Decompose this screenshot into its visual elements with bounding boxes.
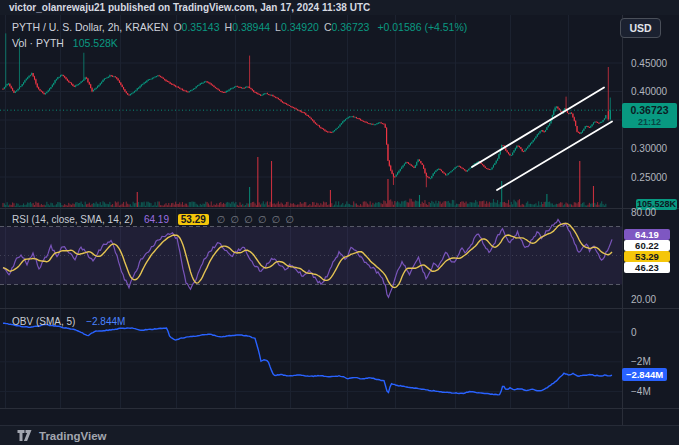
- rsi-empty-slot: ∅: [244, 214, 253, 225]
- obv-tick-label: 0: [631, 327, 677, 338]
- attribution-bar: victor_olanrewaju21 published on Trading…: [0, 0, 679, 15]
- tradingview-logo-icon[interactable]: [17, 429, 32, 442]
- last-price-value: 0.36723: [622, 103, 677, 117]
- volume-value: 105.528K: [73, 37, 118, 49]
- obv-axis-badge: −2.844M: [622, 368, 667, 381]
- rsi-sma-value: 53.29: [178, 214, 209, 225]
- symbol-legend-row: PYTH / U. S. Dollar, 2h, KRAKENO0.35143H…: [12, 21, 467, 33]
- tradingview-snapshot: victor_olanrewaju21 published on Trading…: [0, 0, 679, 445]
- price-tick-label: 0.25000: [631, 172, 677, 183]
- ohlc-value: 0.34920: [281, 21, 319, 33]
- obv-tick-label: −4M: [631, 386, 677, 397]
- footer-bar: TradingView: [0, 425, 679, 445]
- rsi-empty-slot: ∅: [271, 214, 280, 225]
- ohlc-letter: O: [173, 21, 181, 33]
- obv-value: −2.844M: [86, 316, 125, 327]
- obv-legend-row: OBV (SMA, 5) −2.844M: [12, 316, 125, 327]
- price-tick-label: 0.40000: [631, 86, 677, 97]
- bar-countdown: 21:12: [622, 117, 677, 127]
- rsi-tick-label: 80.00: [631, 207, 677, 218]
- attribution-text: victor_olanrewaju21 published on Trading…: [9, 2, 370, 13]
- ohlc-value: 0.36723: [332, 21, 370, 33]
- time-axis[interactable]: 112:001812:002512:00202412:00812:0015: [0, 408, 622, 425]
- ohlc-letter: C: [324, 21, 332, 33]
- rsi-empty-slot: ∅: [217, 214, 226, 225]
- ohlc-value: 0.38944: [232, 21, 270, 33]
- symbol-title[interactable]: PYTH / U. S. Dollar, 2h, KRAKEN: [12, 21, 168, 33]
- obv-tick-label: −2M: [631, 356, 677, 367]
- volume-legend-row: Vol · PYTH 105.528K: [12, 37, 118, 49]
- volume-title[interactable]: Vol · PYTH: [12, 37, 64, 49]
- price-tick-label: 0.30000: [631, 143, 677, 154]
- rsi-tick-label: 20.00: [631, 294, 677, 305]
- currency-toggle-button[interactable]: USD: [620, 18, 661, 38]
- rsi-title[interactable]: RSI (14, close, SMA, 14, 2): [12, 214, 133, 225]
- rsi-axis-badge: 53.29: [624, 251, 670, 262]
- ohlc-values: O0.35143H0.38944L0.34920C0.36723: [168, 21, 369, 33]
- rsi-empty-slot: ∅: [230, 214, 239, 225]
- ohlc-letter: H: [225, 21, 233, 33]
- ohlc-value: 0.35143: [182, 21, 220, 33]
- change-value: +0.01586 (+4.51%): [377, 21, 467, 33]
- price-tick-label: 0.45000: [631, 58, 677, 69]
- rsi-axis-badge: 46.23: [624, 262, 670, 273]
- rsi-axis-badge: 64.19: [624, 229, 670, 240]
- rsi-empty-slot: ∅: [285, 214, 294, 225]
- obv-title[interactable]: OBV (SMA, 5): [12, 316, 75, 327]
- rsi-value: 64.19: [144, 214, 169, 225]
- rsi-empty-slot: ∅: [258, 214, 267, 225]
- rsi-empty-slots: ∅∅∅∅∅∅: [212, 214, 294, 225]
- last-price-badge: 0.36723 21:12: [622, 103, 677, 128]
- footer-brand[interactable]: TradingView: [39, 430, 107, 442]
- rsi-axis-badge: 60.22: [624, 240, 670, 251]
- rsi-legend-row: RSI (14, close, SMA, 14, 2) 64.19 53.29 …: [12, 214, 294, 225]
